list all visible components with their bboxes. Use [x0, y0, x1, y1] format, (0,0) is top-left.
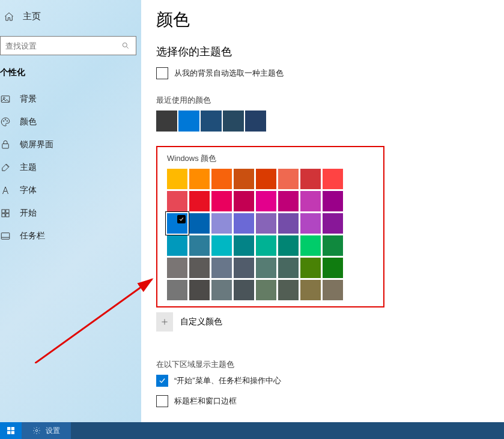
recent-color-4[interactable] — [245, 111, 266, 132]
recent-color-3[interactable] — [223, 111, 244, 132]
palette-color-24[interactable] — [167, 235, 187, 256]
section-heading: 个性化 — [0, 62, 141, 88]
palette-color-28[interactable] — [256, 235, 276, 256]
palette-color-11[interactable] — [234, 191, 254, 211]
palette-color-2[interactable] — [211, 169, 232, 189]
taskbar-app-label: 设置 — [46, 426, 60, 436]
settings-sidebar: 主页 个性化 背景颜色锁屏界面主题字体开始任务栏 — [0, 0, 141, 422]
palette-color-25[interactable] — [189, 235, 210, 256]
palette-color-43[interactable] — [234, 280, 254, 300]
palette-color-33[interactable] — [189, 258, 210, 278]
palette-color-8[interactable] — [167, 191, 187, 211]
sidebar-item-1[interactable]: 颜色 — [0, 111, 141, 133]
palette-color-22[interactable] — [300, 213, 321, 234]
sidebar-item-5[interactable]: 开始 — [0, 202, 141, 225]
sidebar-item-3[interactable]: 主题 — [0, 156, 141, 179]
palette-color-41[interactable] — [189, 280, 210, 300]
palette-color-4[interactable] — [256, 169, 276, 189]
palette-color-32[interactable] — [167, 258, 187, 278]
custom-color-row[interactable]: 自定义颜色 — [156, 312, 504, 332]
plus-icon[interactable] — [156, 312, 173, 332]
palette-color-20[interactable] — [256, 213, 276, 234]
palette-color-12[interactable] — [256, 191, 276, 211]
sidebar-item-label: 颜色 — [20, 117, 37, 127]
palette-color-47[interactable] — [323, 280, 343, 300]
palette-color-46[interactable] — [300, 280, 321, 300]
svg-point-13 — [35, 429, 38, 432]
auto-accent-checkbox[interactable] — [156, 67, 168, 79]
start-button[interactable] — [0, 422, 22, 439]
recent-color-1[interactable] — [178, 111, 199, 132]
svg-rect-8 — [6, 210, 9, 213]
accent-heading: 选择你的主题色 — [156, 44, 504, 59]
recent-color-2[interactable] — [201, 111, 222, 132]
palette-color-44[interactable] — [256, 280, 276, 300]
home-nav[interactable]: 主页 — [0, 0, 141, 33]
palette-color-40[interactable] — [167, 280, 187, 300]
palette-label: Windows 颜色 — [167, 153, 383, 164]
sidebar-item-2[interactable]: 锁屏界面 — [0, 133, 141, 156]
palette-color-29[interactable] — [278, 235, 299, 256]
surfaces-heading: 在以下区域显示主题色 — [156, 359, 504, 370]
auto-accent-row[interactable]: 从我的背景自动选取一种主题色 — [156, 67, 504, 79]
palette-color-6[interactable] — [300, 169, 321, 189]
palette-color-27[interactable] — [234, 235, 254, 256]
nav-list: 背景颜色锁屏界面主题字体开始任务栏 — [0, 88, 141, 247]
palette-color-7[interactable] — [323, 169, 343, 189]
palette-color-14[interactable] — [300, 191, 321, 211]
palette-color-30[interactable] — [300, 235, 321, 256]
windows-color-palette — [167, 169, 383, 300]
palette-color-3[interactable] — [234, 169, 254, 189]
sidebar-item-6[interactable]: 任务栏 — [0, 225, 141, 247]
palette-color-17[interactable] — [189, 213, 210, 234]
palette-color-5[interactable] — [278, 169, 299, 189]
surface-checkbox-0[interactable] — [156, 375, 168, 387]
palette-color-31[interactable] — [323, 235, 343, 256]
palette-color-42[interactable] — [211, 280, 232, 300]
palette-color-13[interactable] — [278, 191, 299, 211]
custom-color-label: 自定义颜色 — [180, 316, 222, 327]
surface-label: “开始”菜单、任务栏和操作中心 — [174, 375, 281, 386]
palette-color-37[interactable] — [278, 258, 299, 278]
surface-checkbox-1[interactable] — [156, 395, 168, 407]
svg-point-2 — [3, 97, 5, 99]
palette-color-26[interactable] — [211, 235, 232, 256]
palette-color-23[interactable] — [323, 213, 343, 234]
palette-color-16[interactable] — [167, 213, 187, 234]
svg-point-0 — [123, 43, 127, 47]
palette-icon — [0, 117, 11, 127]
auto-accent-label: 从我的背景自动选取一种主题色 — [174, 68, 284, 79]
search-icon — [120, 40, 131, 51]
svg-rect-7 — [2, 210, 5, 213]
page-title: 颜色 — [156, 8, 504, 31]
palette-color-36[interactable] — [256, 258, 276, 278]
taskbar-app-settings[interactable]: 设置 — [22, 422, 71, 439]
palette-color-34[interactable] — [211, 258, 232, 278]
picture-icon — [0, 94, 11, 104]
palette-color-45[interactable] — [278, 280, 299, 300]
palette-color-35[interactable] — [234, 258, 254, 278]
search-field[interactable] — [4, 41, 120, 51]
surface-row-1[interactable]: 标题栏和窗口边框 — [156, 395, 504, 407]
palette-color-15[interactable] — [323, 191, 343, 211]
palette-color-18[interactable] — [211, 213, 232, 234]
palette-color-9[interactable] — [189, 191, 210, 211]
search-input[interactable] — [0, 36, 136, 55]
check-icon — [177, 215, 186, 223]
palette-color-10[interactable] — [211, 191, 232, 211]
palette-color-38[interactable] — [300, 258, 321, 278]
palette-color-39[interactable] — [323, 258, 343, 278]
sidebar-item-0[interactable]: 背景 — [0, 88, 141, 111]
palette-color-0[interactable] — [167, 169, 187, 189]
surface-row-0[interactable]: “开始”菜单、任务栏和操作中心 — [156, 375, 504, 387]
sidebar-item-4[interactable]: 字体 — [0, 179, 141, 202]
taskbar: 设置 — [0, 422, 504, 439]
recent-color-0[interactable] — [156, 111, 177, 132]
svg-point-3 — [3, 121, 4, 122]
palette-color-19[interactable] — [234, 213, 254, 234]
home-label: 主页 — [23, 11, 41, 22]
svg-rect-10 — [6, 214, 9, 217]
palette-color-21[interactable] — [278, 213, 299, 234]
palette-color-1[interactable] — [189, 169, 210, 189]
search-container — [0, 36, 136, 55]
